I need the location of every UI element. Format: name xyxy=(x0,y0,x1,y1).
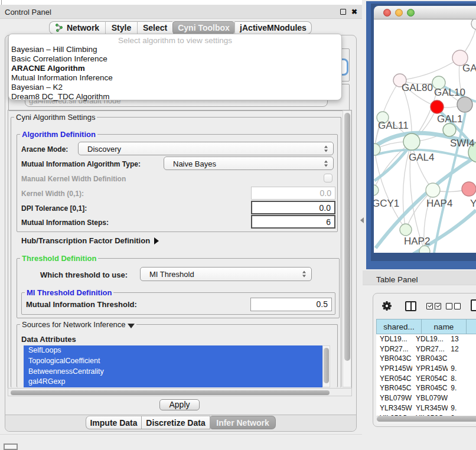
close-traffic-icon[interactable] xyxy=(383,9,391,17)
attribute-item[interactable]: SelfLoops xyxy=(24,345,322,356)
panel-dock-icon[interactable] xyxy=(4,444,18,450)
table-cell[interactable]: YER054C xyxy=(412,374,448,384)
table-cell[interactable]: YBR043C xyxy=(412,354,448,364)
network-node[interactable] xyxy=(471,19,476,30)
app-root: Control Panel ✖ Network Style Select Cyn… xyxy=(0,0,476,450)
table-row[interactable]: YBR045CYBR045C9. xyxy=(376,383,476,393)
select-all-icon[interactable] xyxy=(426,303,441,314)
network-canvas[interactable]: GALGAL80GAL10GAL1GAL11GAL4SWI4GCY1HAP4YH… xyxy=(374,19,476,253)
table-row[interactable]: YER054CYER054C8. xyxy=(376,374,476,384)
network-node-gcy1[interactable] xyxy=(374,185,379,195)
aracne-mode-combobox[interactable]: Discovery xyxy=(78,142,334,155)
table-cell[interactable]: YDR27... xyxy=(412,344,448,354)
table-row[interactable]: YBL079WYBL079W xyxy=(376,393,476,403)
data-attributes-list[interactable]: SelfLoopsTopologicalCoefficientBetweenne… xyxy=(24,345,322,387)
network-node[interactable] xyxy=(431,100,444,113)
tab-impute-data[interactable]: Impute Data xyxy=(86,416,142,429)
close-icon[interactable]: ✖ xyxy=(351,8,357,16)
attribute-item[interactable]: BetweennessCentrality xyxy=(24,367,322,377)
dropdown-item[interactable]: Dream8 DC_TDC Algorithm xyxy=(11,92,339,102)
table-row[interactable]: YBR043CYBR043C xyxy=(376,354,476,364)
table-cell[interactable]: YBL079W xyxy=(376,393,412,403)
table-cell[interactable]: YPR145W xyxy=(376,364,412,374)
table-cell[interactable]: YBR045C xyxy=(412,383,448,393)
dropdown-item[interactable]: Mutual Information Inference xyxy=(11,73,339,83)
table-row[interactable]: YDL19...YDL19...13 xyxy=(376,334,476,344)
table-cell[interactable]: 13 xyxy=(448,334,476,344)
column-header-shared[interactable]: shared... xyxy=(376,319,422,334)
tab-select[interactable]: Select xyxy=(137,21,172,34)
tab-discretize-data[interactable]: Discretize Data xyxy=(142,416,210,429)
new-table-icon[interactable] xyxy=(471,299,476,311)
table-cell[interactable]: 8. xyxy=(448,374,476,384)
table-cell[interactable]: YLR345W xyxy=(376,403,412,413)
zoom-traffic-icon[interactable] xyxy=(407,9,415,17)
table-cell[interactable]: YDL19... xyxy=(412,334,448,344)
attribute-item[interactable]: TopologicalCoefficient xyxy=(24,356,322,367)
table-cell[interactable]: YPR145W xyxy=(412,364,448,374)
table-cell[interactable]: YBL079W xyxy=(412,393,448,403)
attribute-item[interactable]: gal4RGexp xyxy=(24,377,322,387)
table-cell[interactable]: YDR27... xyxy=(376,344,412,354)
tab-infer-network[interactable]: Infer Network xyxy=(210,416,276,429)
node-label: HAP2 xyxy=(404,236,430,247)
dropdown-item[interactable]: Bayesian – K2 xyxy=(11,83,339,92)
table-cell[interactable] xyxy=(448,354,476,364)
collapse-arrow-icon[interactable] xyxy=(128,324,135,328)
mi-threshold-field[interactable]: 0.5 xyxy=(250,298,332,311)
table-row[interactable]: YPR145WYPR145W9. xyxy=(376,364,476,374)
column-header-name[interactable]: name xyxy=(422,319,467,334)
dropdown-item[interactable]: Bayesian – Hill Climbing xyxy=(11,45,339,54)
tab-cyni-toolbox[interactable]: Cyni Toolbox xyxy=(172,21,234,34)
apply-button[interactable]: Apply xyxy=(159,399,200,410)
table-cell[interactable]: YLR345W xyxy=(412,403,448,413)
network-node[interactable] xyxy=(443,123,456,136)
network-node-gal4[interactable] xyxy=(403,133,420,150)
table-row[interactable]: YDR27...YDR27...12 xyxy=(376,344,476,354)
mi-steps-field[interactable]: 6 xyxy=(251,215,335,229)
dpi-tolerance-field[interactable]: 0.0 xyxy=(251,201,335,214)
tab-style[interactable]: Style xyxy=(105,21,137,34)
table-cell[interactable]: 9. xyxy=(448,364,476,374)
gear-icon[interactable] xyxy=(382,301,392,311)
settings-vertical-scrollbar[interactable] xyxy=(343,110,351,387)
column-header-third[interactable] xyxy=(467,319,476,334)
which-threshold-combobox[interactable]: MI Threshold xyxy=(140,267,312,281)
table-cell[interactable]: YBR043C xyxy=(376,354,412,364)
table-cell[interactable]: YDL19... xyxy=(376,334,412,344)
column-layout-icon[interactable] xyxy=(405,301,416,311)
table-row[interactable]: YLR345WYLR345W9. xyxy=(376,403,476,413)
table-cell[interactable]: 9. xyxy=(448,403,476,413)
algorithm-definition-title: Algorithm Definition xyxy=(20,130,97,139)
hub-definition-label[interactable]: Hub/Transcription Factor Definition xyxy=(21,236,159,245)
table-cell[interactable]: 9. xyxy=(448,383,476,393)
network-node-hap2[interactable] xyxy=(400,224,412,236)
tab-network[interactable]: Network xyxy=(49,21,105,34)
kernel-width-field[interactable]: 0.0 xyxy=(251,187,335,200)
network-node-gal1[interactable] xyxy=(457,97,472,112)
network-node-hap4[interactable] xyxy=(426,183,440,197)
table-cell[interactable]: YBR045C xyxy=(376,383,412,393)
dropdown-placeholder: Select algorithm to view settings xyxy=(9,36,341,45)
network-node-y[interactable] xyxy=(462,182,476,196)
splitter-collapse-icon[interactable] xyxy=(360,217,364,223)
node-label: GAL4 xyxy=(409,152,434,163)
table-cell[interactable] xyxy=(448,393,476,403)
attributes-scrollbar[interactable] xyxy=(322,345,330,387)
network-window-titlebar[interactable] xyxy=(374,6,476,19)
tab-jactivemnodules[interactable]: jActiveMNodules xyxy=(234,21,312,34)
table-body[interactable]: YDL19...YDL19...13YDR27...YDR27...12YBR0… xyxy=(376,334,476,416)
minimize-traffic-icon[interactable] xyxy=(395,9,403,17)
table-cell[interactable]: YER054C xyxy=(376,374,412,384)
dropdown-item[interactable]: ARACNE Algorithm xyxy=(11,64,339,73)
settings-horizontal-scrollbar[interactable] xyxy=(8,388,352,396)
node-label: GCY1 xyxy=(374,198,399,209)
table-horizontal-scrollbar[interactable] xyxy=(377,416,476,424)
table-cell[interactable]: 12 xyxy=(448,344,476,354)
deselect-all-icon[interactable] xyxy=(446,303,461,314)
dropdown-item[interactable]: Basic Correlation Inference xyxy=(11,54,339,64)
expand-arrow-icon[interactable] xyxy=(154,237,159,244)
manual-kernel-checkbox[interactable] xyxy=(324,174,332,182)
float-window-icon[interactable] xyxy=(340,9,346,15)
mi-type-combobox[interactable]: Naive Bayes xyxy=(164,156,334,170)
